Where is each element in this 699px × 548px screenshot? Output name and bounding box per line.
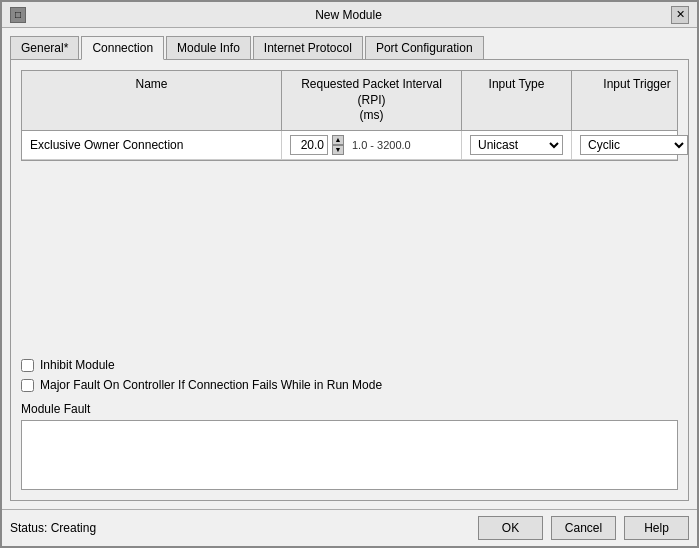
cell-input-type: Unicast Multicast	[462, 131, 572, 159]
window-title: New Module	[26, 8, 671, 22]
close-button[interactable]: ✕	[671, 6, 689, 24]
rpi-spinner: ▲ ▼	[332, 135, 344, 155]
inhibit-module-row: Inhibit Module	[21, 358, 678, 372]
status-label: Status:	[10, 521, 47, 535]
col-header-input-type: Input Type	[462, 71, 572, 130]
table-row: Exclusive Owner Connection ▲ ▼ 1.0 - 320…	[22, 131, 677, 160]
tab-module-info[interactable]: Module Info	[166, 36, 251, 59]
tab-general[interactable]: General*	[10, 36, 79, 59]
tab-content-connection: Name Requested Packet Interval (RPI)(ms)…	[10, 59, 689, 501]
cell-name: Exclusive Owner Connection	[22, 131, 282, 159]
col-header-name: Name	[22, 71, 282, 130]
col-header-input-trigger: Input Trigger	[572, 71, 699, 130]
help-button[interactable]: Help	[624, 516, 689, 540]
cancel-button[interactable]: Cancel	[551, 516, 616, 540]
tab-bar: General* Connection Module Info Internet…	[10, 36, 689, 59]
spacer	[21, 171, 678, 358]
tab-connection[interactable]: Connection	[81, 36, 164, 60]
module-fault-section: Module Fault	[21, 402, 678, 490]
tab-internet-protocol[interactable]: Internet Protocol	[253, 36, 363, 59]
input-type-select[interactable]: Unicast Multicast	[470, 135, 563, 155]
bottom-bar: Status: Creating OK Cancel Help	[2, 509, 697, 546]
rpi-decrement[interactable]: ▼	[332, 145, 344, 155]
title-bar: □ New Module ✕	[2, 2, 697, 28]
status-value: Creating	[51, 521, 96, 535]
inhibit-module-checkbox[interactable]	[21, 359, 34, 372]
module-fault-label: Module Fault	[21, 402, 678, 416]
rpi-increment[interactable]: ▲	[332, 135, 344, 145]
cell-rpi: ▲ ▼ 1.0 - 3200.0	[282, 131, 462, 159]
input-trigger-select[interactable]: Cyclic Change of State Application	[580, 135, 688, 155]
tab-port-configuration[interactable]: Port Configuration	[365, 36, 484, 59]
dialog-window: □ New Module ✕ General* Connection Modul…	[0, 0, 699, 548]
window-icon: □	[10, 7, 26, 23]
major-fault-label: Major Fault On Controller If Connection …	[40, 378, 382, 392]
major-fault-row: Major Fault On Controller If Connection …	[21, 378, 678, 392]
table-header: Name Requested Packet Interval (RPI)(ms)…	[22, 71, 677, 131]
ok-button[interactable]: OK	[478, 516, 543, 540]
rpi-input[interactable]	[290, 135, 328, 155]
connection-table: Name Requested Packet Interval (RPI)(ms)…	[21, 70, 678, 161]
cell-input-trigger: Cyclic Change of State Application	[572, 131, 699, 159]
rpi-range: 1.0 - 3200.0	[352, 139, 411, 151]
status-text: Status: Creating	[10, 521, 470, 535]
major-fault-checkbox[interactable]	[21, 379, 34, 392]
main-content: General* Connection Module Info Internet…	[2, 28, 697, 509]
inhibit-module-label: Inhibit Module	[40, 358, 115, 372]
col-header-rpi: Requested Packet Interval (RPI)(ms)	[282, 71, 462, 130]
module-fault-box	[21, 420, 678, 490]
